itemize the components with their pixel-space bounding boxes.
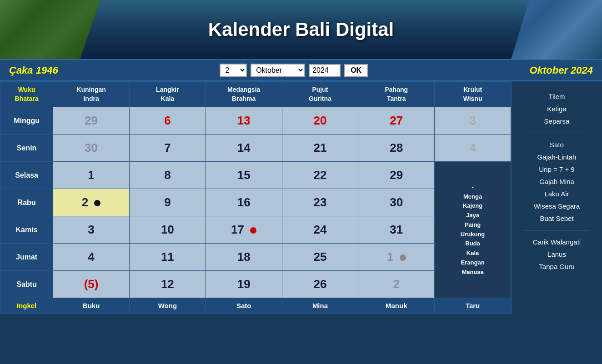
- column-headers-row: WukuBhatara KuninganIndra LangkirKala Me…: [0, 82, 511, 107]
- date-cell[interactable]: 29: [53, 107, 130, 135]
- dark-info-col: -MengaKajengJayaPaingUrukungBudaKalaEran…: [435, 162, 511, 298]
- day-rabu: Rabu: [0, 189, 53, 216]
- day-selasa: Selasa: [0, 162, 53, 189]
- date-cell[interactable]: (5): [53, 271, 130, 298]
- sidebar-section-2: Sato Gajah-Lintah Urip = 7 + 9 Gajah Min…: [516, 139, 597, 224]
- date-cell[interactable]: 23: [282, 189, 358, 216]
- sidebar-lanus: Lanus: [516, 248, 597, 260]
- calendar-area: WukuBhatara KuninganIndra LangkirKala Me…: [0, 81, 511, 314]
- date-cell[interactable]: 24: [282, 216, 358, 244]
- date-cell-gray: 3: [435, 107, 511, 135]
- table-row-kamis: Kamis 3 10 17 24 31: [0, 216, 511, 244]
- date-cell[interactable]: 21: [282, 135, 358, 162]
- day-select[interactable]: 2: [220, 64, 247, 77]
- sidebar-section-3: Carik Walangati Lanus Tanpa Guru: [516, 236, 597, 273]
- date-cell[interactable]: 3: [53, 216, 130, 244]
- sidebar-laku-air: Laku Air: [516, 188, 597, 200]
- date-cell[interactable]: 6: [129, 107, 206, 135]
- day-sabtu: Sabtu: [0, 271, 53, 298]
- ingkel-taru: Taru: [435, 298, 511, 314]
- controls-center: 2 Oktober OK: [220, 64, 368, 77]
- sidebar-tanpa-guru: Tanpa Guru: [516, 260, 597, 273]
- date-cell[interactable]: 22: [282, 162, 358, 189]
- dot-gray-icon: [400, 254, 406, 261]
- date-cell[interactable]: 29: [358, 162, 435, 189]
- date-cell[interactable]: 11: [129, 244, 206, 271]
- date-cell[interactable]: 2: [358, 271, 435, 298]
- date-cell[interactable]: 18: [206, 244, 282, 271]
- ingkel-wong: Wong: [129, 298, 206, 314]
- date-cell[interactable]: 31: [358, 216, 435, 244]
- dot-black-icon: [94, 200, 100, 206]
- sidebar-tilem: Tilem: [516, 90, 597, 103]
- caka-title: Çaka 1946: [9, 65, 58, 76]
- app-title: Kalender Bali Digital: [208, 19, 394, 40]
- date-cell[interactable]: 8: [129, 162, 206, 189]
- date-cell-today[interactable]: 2: [53, 189, 130, 216]
- month-year-display: Oktober 2024: [530, 65, 593, 76]
- sidebar-sato: Sato: [516, 139, 597, 151]
- date-cell[interactable]: 17: [206, 216, 282, 244]
- date-cell-gray: 4: [435, 135, 511, 162]
- date-cell[interactable]: 1: [53, 162, 130, 189]
- date-cell[interactable]: 27: [358, 107, 435, 135]
- date-cell[interactable]: 16: [206, 189, 282, 216]
- sidebar-gajah-lintah: Gajah-Lintah: [516, 151, 597, 163]
- day-jumat: Jumat: [0, 244, 53, 271]
- col-medangsia: MedangsiaBrahma: [206, 82, 282, 107]
- sidebar-section-1: Tilem Ketiga Separsa: [516, 90, 597, 127]
- calendar-table: WukuBhatara KuninganIndra LangkirKala Me…: [0, 81, 511, 314]
- day-minggu: Minggu: [0, 107, 53, 135]
- controls-bar: Çaka 1946 2 Oktober OK Oktober 2024: [0, 59, 602, 81]
- table-row-senin: Senin 30 7 14 21 28 4: [0, 135, 511, 162]
- day-senin: Senin: [0, 135, 53, 162]
- day-kamis: Kamis: [0, 216, 53, 244]
- date-cell[interactable]: 1: [358, 244, 435, 271]
- date-cell[interactable]: 7: [129, 135, 206, 162]
- col-pahang: PahangTantra: [358, 82, 435, 107]
- header-banner: Kalender Bali Digital: [0, 0, 602, 59]
- col-langkir: LangkirKala: [129, 82, 206, 107]
- date-cell[interactable]: 20: [282, 107, 358, 135]
- date-cell[interactable]: 30: [53, 135, 130, 162]
- ingkel-label: Ingkel: [0, 298, 53, 314]
- date-cell[interactable]: 15: [206, 162, 282, 189]
- date-cell[interactable]: 10: [129, 216, 206, 244]
- date-cell[interactable]: 14: [206, 135, 282, 162]
- date-cell[interactable]: 19: [206, 271, 282, 298]
- date-cell[interactable]: 26: [282, 271, 358, 298]
- sidebar-divider-2: [524, 230, 589, 230]
- year-input[interactable]: [309, 64, 341, 77]
- ingkel-row: Ingkel Buku Wong Sato Mina Manuk Taru: [0, 298, 511, 314]
- date-cell[interactable]: 28: [358, 135, 435, 162]
- ingkel-mina: Mina: [282, 298, 358, 314]
- table-row-sabtu: Sabtu (5) 12 19 26 2: [0, 271, 511, 298]
- sidebar-ketiga: Ketiga: [516, 103, 597, 115]
- date-cell[interactable]: 13: [206, 107, 282, 135]
- table-row-minggu: Minggu 29 6 13 20 27 3: [0, 107, 511, 135]
- date-cell[interactable]: 4: [53, 244, 130, 271]
- table-row-jumat: Jumat 4 11 18 25 1: [0, 244, 511, 271]
- col-kuningan: KuninganIndra: [53, 82, 130, 107]
- right-sidebar: Tilem Ketiga Separsa Sato Gajah-Lintah U…: [511, 81, 602, 314]
- date-cell[interactable]: 30: [358, 189, 435, 216]
- date-cell[interactable]: 12: [129, 271, 206, 298]
- col-pujut: PujutGuritna: [282, 82, 358, 107]
- sidebar-buat-sebet: Buat Sebet: [516, 212, 597, 224]
- ingkel-manuk: Manuk: [358, 298, 435, 314]
- sidebar-separsa: Separsa: [516, 115, 597, 127]
- col-krulut: KrulutWisnu: [435, 82, 511, 107]
- month-select[interactable]: Oktober: [251, 64, 305, 77]
- date-cell[interactable]: 25: [282, 244, 358, 271]
- col-wuku-bhatara: WukuBhatara: [0, 82, 53, 107]
- sidebar-carik: Carik Walangati: [516, 236, 597, 248]
- ingkel-sato: Sato: [206, 298, 282, 314]
- sidebar-gajah-mina: Gajah Mina: [516, 175, 597, 188]
- sidebar-divider-1: [524, 133, 589, 133]
- table-row-selasa: Selasa 1 8 15 22 29 -MengaKajengJayaPain…: [0, 162, 511, 189]
- date-cell[interactable]: 9: [129, 189, 206, 216]
- main-content: WukuBhatara KuninganIndra LangkirKala Me…: [0, 81, 602, 314]
- sidebar-wisesa: Wisesa Segara: [516, 200, 597, 212]
- ok-button[interactable]: OK: [344, 64, 368, 77]
- dot-red-icon: [250, 227, 256, 234]
